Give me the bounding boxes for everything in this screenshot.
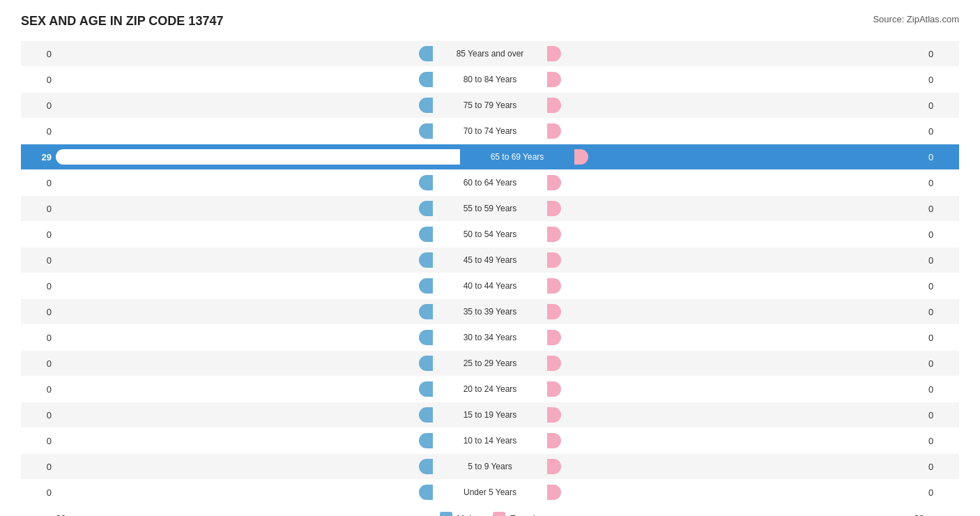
male-side: [56, 330, 434, 345]
female-bar: [547, 407, 561, 423]
legend-male: Male: [440, 512, 476, 516]
female-side: [573, 149, 924, 165]
male-bar: [419, 252, 433, 268]
age-label: 25 to 29 Years: [434, 358, 546, 368]
male-legend-box: [440, 512, 452, 516]
header: SEX AND AGE IN ZIP CODE 13747 Source: Zi…: [21, 14, 959, 29]
female-bar: [547, 252, 561, 268]
chart-title: SEX AND AGE IN ZIP CODE 13747: [21, 14, 223, 29]
female-bar: [547, 330, 561, 345]
male-side: [56, 149, 461, 165]
male-side: [56, 304, 434, 319]
chart-row: 05 to 9 Years0: [21, 454, 959, 479]
bar-section: 30 to 34 Years: [56, 325, 924, 350]
male-bar: [419, 46, 433, 61]
bar-section: 20 to 24 Years: [56, 377, 924, 402]
female-side: [546, 72, 924, 87]
female-side: [546, 123, 924, 139]
female-value: 0: [924, 204, 959, 214]
bar-section: 55 to 59 Years: [56, 196, 924, 221]
chart-row: 080 to 84 Years0: [21, 67, 959, 92]
male-value: 0: [21, 281, 56, 291]
male-value: 0: [21, 100, 56, 111]
female-value: 0: [924, 229, 959, 240]
female-side: [546, 278, 924, 294]
female-bar: [547, 123, 561, 139]
bar-section: 85 Years and over: [56, 41, 924, 66]
male-value: 0: [21, 126, 56, 137]
age-label: 40 to 44 Years: [434, 281, 546, 291]
bar-section: 50 to 54 Years: [56, 222, 924, 247]
female-value: 0: [924, 384, 959, 395]
female-bar: [547, 72, 561, 87]
chart-row: 020 to 24 Years0: [21, 377, 959, 402]
page-container: SEX AND AGE IN ZIP CODE 13747 Source: Zi…: [21, 14, 959, 516]
male-bar: [419, 485, 433, 500]
chart-row: 025 to 29 Years0: [21, 351, 959, 376]
male-side: [56, 227, 434, 242]
chart-row: 070 to 74 Years0: [21, 119, 959, 144]
male-bar: [419, 278, 433, 294]
male-bar: [56, 149, 460, 165]
age-label: 50 to 54 Years: [434, 229, 546, 239]
chart-row: 085 Years and over0: [21, 41, 959, 66]
footer-left-value: 30: [56, 513, 66, 517]
age-label: 35 to 39 Years: [434, 307, 546, 317]
female-bar: [547, 433, 561, 448]
female-bar: [547, 175, 561, 190]
male-side: [56, 381, 434, 397]
male-side: [56, 356, 434, 371]
age-label: Under 5 Years: [434, 487, 546, 497]
bar-section: 35 to 39 Years: [56, 299, 924, 324]
female-bar: [547, 381, 561, 397]
footer-right-value: 30: [914, 513, 924, 517]
chart-row: 035 to 39 Years0: [21, 299, 959, 324]
chart-row: 010 to 14 Years0: [21, 428, 959, 453]
male-side: [56, 485, 434, 500]
male-bar: [419, 98, 433, 113]
chart-row: 050 to 54 Years0: [21, 222, 959, 247]
female-value: 0: [924, 307, 959, 317]
female-legend-box: [493, 512, 505, 516]
chart-area: 085 Years and over0080 to 84 Years0075 t…: [21, 41, 959, 505]
age-label: 85 Years and over: [434, 49, 546, 59]
chart-row: 055 to 59 Years0: [21, 196, 959, 221]
male-value: 0: [21, 229, 56, 240]
bar-section: 75 to 79 Years: [56, 93, 924, 118]
male-side: [56, 407, 434, 423]
female-side: [546, 407, 924, 423]
male-value: 0: [21, 307, 56, 317]
female-bar: [547, 98, 561, 113]
bar-section: 40 to 44 Years: [56, 273, 924, 298]
female-value: 0: [924, 436, 959, 446]
age-label: 75 to 79 Years: [434, 100, 546, 110]
male-side: [56, 123, 434, 139]
male-value: 0: [21, 384, 56, 395]
bar-section: 5 to 9 Years: [56, 454, 924, 479]
female-bar: [547, 227, 561, 242]
bar-section: 65 to 69 Years: [56, 144, 924, 169]
male-bar: [419, 381, 433, 397]
female-side: [546, 201, 924, 216]
chart-row: 075 to 79 Years0: [21, 93, 959, 118]
male-bar: [419, 407, 433, 423]
male-legend-label: Male: [457, 513, 476, 517]
female-value: 0: [924, 358, 959, 369]
male-side: [56, 72, 434, 87]
male-side: [56, 252, 434, 268]
male-bar: [419, 304, 433, 319]
age-label: 10 to 14 Years: [434, 436, 546, 446]
female-value: 0: [924, 487, 959, 498]
male-value: 0: [21, 49, 56, 59]
age-label: 15 to 19 Years: [434, 410, 546, 420]
chart-row: 060 to 64 Years0: [21, 170, 959, 195]
female-value: 0: [924, 75, 959, 85]
female-bar: [547, 356, 561, 371]
female-side: [546, 304, 924, 319]
male-bar: [419, 227, 433, 242]
female-side: [546, 381, 924, 397]
legend-female: Female: [493, 512, 539, 516]
male-side: [56, 433, 434, 448]
female-side: [546, 356, 924, 371]
male-side: [56, 98, 434, 113]
